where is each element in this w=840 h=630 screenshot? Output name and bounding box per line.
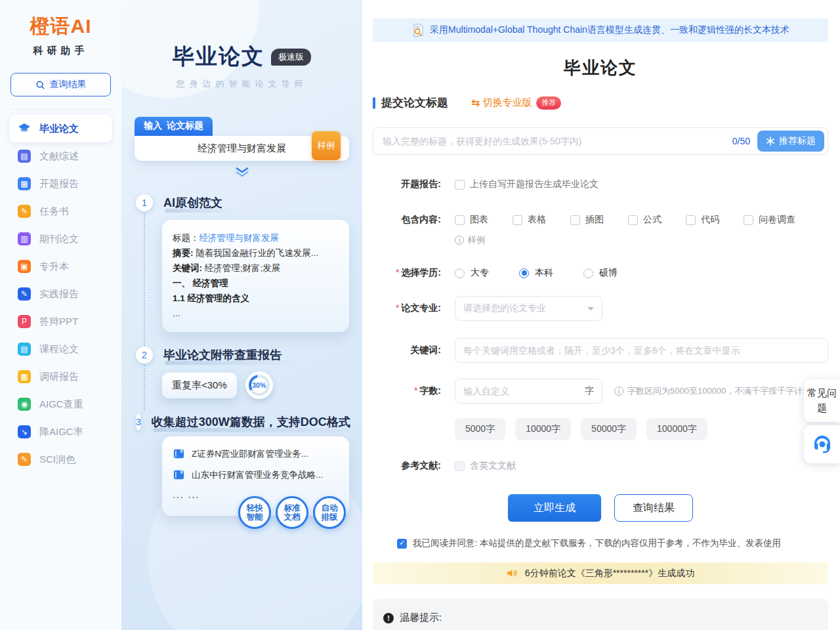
sidebar-item-reduce-aigc[interactable]: ↘ 降AIGC率 — [0, 418, 121, 446]
customer-service-floating-button[interactable] — [804, 425, 840, 463]
task-pen-icon: ✎ — [18, 205, 31, 218]
sidebar-query-results-button[interactable]: 查询结果 — [10, 73, 111, 96]
english-references-checkbox[interactable] — [455, 461, 465, 471]
brand-logo: 橙语AI 科研助手 — [0, 13, 121, 57]
sidebar-item-journal-paper[interactable]: ▥ 期刊论文 — [0, 225, 121, 253]
document-lines-icon: ▤ — [18, 150, 31, 163]
master-phd-radio[interactable] — [583, 268, 593, 278]
proposal-checkbox-label[interactable]: 上传自写开题报告生成毕业论文 — [470, 178, 598, 190]
query-results-button[interactable]: 查询结果 — [614, 494, 693, 522]
figures-checkbox[interactable] — [570, 215, 580, 225]
recommended-badge: 推荐 — [536, 96, 561, 110]
include-option-formulas: 公式 — [628, 214, 662, 226]
sparkle-icon — [766, 136, 775, 146]
sidebar-item-aigc-check[interactable]: ◉ AIGC查重 — [0, 390, 121, 418]
tech-notice-text: 采用Multimodal+Global Thought Chain语言模型生成连… — [430, 24, 789, 36]
wordcount-input[interactable] — [463, 386, 585, 396]
success-marquee: 6分钟前论文《三角形**********》生成成功 — [373, 562, 828, 584]
wordcount-chip-50000[interactable]: 50000字 — [581, 418, 637, 440]
english-references-label[interactable]: 含英文文献 — [470, 460, 516, 472]
required-asterisk: * — [396, 267, 399, 278]
sidebar-item-survey-report[interactable]: ▦ 调研报告 — [0, 363, 121, 390]
include-sample-hint[interactable]: i 样例 — [455, 234, 828, 246]
sidebar-nav: 毕业论文 ▤ 文献综述 ▦ 开题报告 ✎ 任务书 ▥ 期刊论文 ▣ 专升本 — [0, 115, 121, 473]
graduation-cap-icon — [18, 122, 31, 135]
switch-pro-version-link[interactable]: ⇆ 切换专业版 推荐 — [471, 96, 561, 110]
sidebar-item-upgrade-college[interactable]: ▣ 专升本 — [0, 253, 121, 280]
info-icon: i — [614, 387, 623, 396]
search-icon — [35, 80, 45, 90]
sidebar-query-results-label: 查询结果 — [50, 79, 87, 91]
wordcount-suffix: 字 — [585, 385, 594, 397]
doc-magnifier-icon — [411, 23, 425, 37]
speed-version-badge: 极速版 — [271, 49, 311, 66]
proposal-checkbox[interactable] — [455, 180, 465, 190]
faq-floating-button[interactable]: 常见问题 — [804, 379, 840, 422]
thesis-title-input[interactable] — [383, 136, 725, 146]
step-number: 1 — [136, 194, 153, 211]
step-title: 毕业论文附带查重报告 — [163, 347, 282, 363]
sidebar-item-task-book[interactable]: ✎ 任务书 — [0, 198, 121, 225]
wordcount-presets: 5000字 10000字 50000字 100000字 — [455, 418, 828, 440]
charts-checkbox[interactable] — [455, 215, 465, 225]
formulas-checkbox[interactable] — [628, 215, 638, 225]
info-icon: i — [455, 236, 464, 245]
list-item: Z证券N营业部财富管理业务... — [173, 448, 339, 460]
clipboard-icon: ▦ — [18, 370, 31, 383]
sidebar-item-practice-report[interactable]: ✎ 实践报告 — [0, 280, 121, 308]
wordcount-chip-100000[interactable]: 100000字 — [646, 418, 707, 440]
proposal-row: 开题报告: 上传自写开题报告生成毕业论文 — [373, 178, 828, 190]
sidebar-item-label: 实践报告 — [39, 288, 79, 301]
major-select[interactable]: 请选择您的论文专业 — [455, 296, 602, 321]
feature-badge: 自动排版 — [313, 496, 346, 529]
speaker-icon — [507, 568, 518, 578]
include-option-figures: 插图 — [570, 214, 604, 226]
include-label: 包含内容: — [373, 214, 441, 226]
wordcount-chip-10000[interactable]: 10000字 — [515, 418, 571, 440]
proposal-label: 开题报告: — [373, 178, 441, 190]
sidebar-item-literature-review[interactable]: ▤ 文献综述 — [0, 142, 121, 170]
generate-now-button[interactable]: 立即生成 — [508, 494, 601, 522]
sidebar-item-course-paper[interactable]: ▤ 课程论文 — [0, 335, 121, 363]
step-number: 3 — [136, 413, 141, 430]
sidebar-item-label: 毕业论文 — [39, 123, 79, 135]
wordcount-chip-5000[interactable]: 5000字 — [455, 418, 505, 440]
include-option-code: 代码 — [686, 214, 719, 226]
sidebar-item-graduation-thesis[interactable]: 毕业论文 — [9, 115, 112, 142]
tables-checkbox[interactable] — [513, 215, 522, 225]
promo-subtitle: 您身边的智能论文导师 — [135, 78, 349, 90]
sample-title-text: 经济管理与财富发展 — [198, 142, 286, 154]
major-row: *论文专业: 请选择您的论文专业 — [373, 296, 828, 321]
recommend-title-button[interactable]: 推荐标题 — [757, 131, 824, 152]
sidebar-item-label: 开题报告 — [39, 178, 79, 190]
include-content-row: 包含内容: 图表 表格 插图 公式 代码 问卷调查 — [373, 214, 828, 226]
sample-title-card: 经济管理与财富发展 样例 — [135, 136, 349, 161]
promo-title: 毕业论文 — [173, 42, 264, 72]
sidebar-item-proposal-report[interactable]: ▦ 开题报告 — [0, 170, 121, 198]
section-title: 提交论文标题 — [381, 95, 448, 110]
survey-checkbox[interactable] — [744, 215, 753, 225]
thesis-title-input-row: 0/50 推荐标题 — [373, 127, 828, 155]
sidebar-item-label: 文献综述 — [39, 150, 79, 163]
degree-option-master-phd: 硕博 — [583, 267, 618, 279]
bachelor-radio-selected[interactable] — [519, 268, 529, 278]
sidebar-divider — [10, 109, 111, 110]
sidebar-item-label: 期刊论文 — [39, 233, 79, 245]
sidebar-item-sci-polish[interactable]: ✎ SCI润色 — [0, 446, 121, 473]
sidebar-item-label: AIGC查重 — [39, 398, 83, 411]
sidebar-item-defense-ppt[interactable]: P 答辩PPT — [0, 308, 121, 335]
agreement-row: 我已阅读并同意: 本站提供的是文献下载服务，下载的内容仅用于参考，不作为毕业、发… — [397, 537, 828, 549]
references-row: 参考文献: 含英文文献 — [373, 460, 828, 472]
references-label: 参考文献: — [373, 460, 441, 472]
agreement-checkbox-checked[interactable] — [397, 539, 407, 549]
step-title: AI原创范文 — [163, 195, 222, 211]
code-checkbox[interactable] — [686, 215, 696, 225]
required-asterisk: * — [414, 385, 417, 396]
journal-book-icon: ▥ — [18, 232, 31, 245]
college-radio[interactable] — [455, 268, 465, 278]
sidebar-item-label: 专升本 — [39, 261, 69, 273]
keywords-input[interactable] — [455, 338, 828, 363]
page-title: 毕业论文 — [373, 56, 828, 79]
brand-title: 橙语AI — [0, 13, 121, 40]
documents-sample-card: Z证券N营业部财富管理业务... 山东中行财富管理业务竞争战略... ... .… — [162, 436, 349, 516]
